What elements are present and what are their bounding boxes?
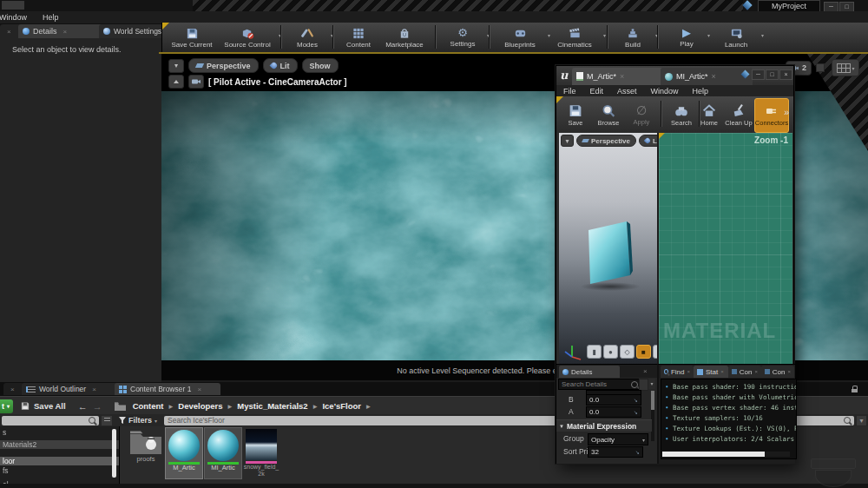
perspective-button[interactable]: Perspective xyxy=(188,58,259,73)
details-eye-toggle[interactable]: ▾ xyxy=(648,379,655,389)
mat-cleanup-button[interactable]: Clean Up xyxy=(723,98,754,131)
preview-lit-button[interactable]: Lit xyxy=(639,135,657,147)
add-import-button[interactable]: t▾ xyxy=(0,399,13,413)
material-tab-m-artic[interactable]: M_Artic*× xyxy=(572,68,666,85)
mat-menu-edit[interactable]: Edit xyxy=(583,87,611,96)
tree-item-icesfloor[interactable]: loor xyxy=(0,457,120,465)
immersive-toggle[interactable] xyxy=(816,63,825,72)
details-search-input[interactable]: Search Details xyxy=(558,379,641,390)
mat-home-button[interactable]: Home xyxy=(694,98,725,131)
breadcrumb: Content Developers Mystic_Materials2 Ice… xyxy=(133,401,376,411)
sort-priority-input[interactable]: 32 xyxy=(588,446,643,458)
field-a-input[interactable]: 0.0 xyxy=(586,406,641,418)
find-icon xyxy=(664,369,668,374)
field-b-input[interactable]: 0.0 xyxy=(586,394,641,406)
mat-menu-asset[interactable]: Asset xyxy=(610,87,644,96)
connectors-plug-icon xyxy=(764,104,779,118)
save-current-button[interactable]: Save Current xyxy=(169,23,214,51)
breadcrumb-icesfloor[interactable]: Ice'sFloor xyxy=(322,401,375,411)
mat-search-button[interactable]: Search xyxy=(666,98,697,131)
content-button[interactable]: Content xyxy=(339,23,378,51)
asset-tile-m-artic[interactable]: M_Artic xyxy=(165,427,203,479)
blueprints-button[interactable]: Blueprints xyxy=(496,23,544,51)
breadcrumb-mystic-materials2[interactable]: Mystic_Materials2 xyxy=(237,401,322,411)
camera-settings-button[interactable] xyxy=(188,75,204,89)
viewport-layout-button[interactable]: ▾ xyxy=(832,59,859,76)
source-control-button[interactable]: Source Control xyxy=(220,23,275,51)
back-arrow-button[interactable]: ← xyxy=(78,401,88,412)
tree-item[interactable]: s xyxy=(0,428,120,437)
material-graph-canvas[interactable]: Zoom -1 MATERIAL xyxy=(657,133,792,364)
material-instance-asset-icon xyxy=(665,73,673,81)
stats-tab[interactable]: Stat× xyxy=(694,366,728,378)
perspective-icon xyxy=(195,63,204,68)
play-button[interactable]: ▶ Play xyxy=(669,23,704,51)
show-flags-button[interactable]: Show xyxy=(302,58,339,73)
tab-content-browser[interactable]: Content Browser 1× xyxy=(115,383,220,395)
console-tab-2[interactable]: Con× xyxy=(761,366,794,378)
tree-item-proofs[interactable]: fs xyxy=(0,466,120,475)
menu-window[interactable]: Window xyxy=(0,13,35,22)
mat-menu-window[interactable]: Window xyxy=(644,87,686,96)
menu-help[interactable]: Help xyxy=(35,13,67,22)
tab-details[interactable]: Details× xyxy=(18,24,105,38)
shape-sphere-button[interactable]: ● xyxy=(603,345,618,359)
group-dropdown[interactable]: Opacity ▾ xyxy=(588,433,648,445)
material-maximize-button[interactable]: □ xyxy=(766,69,779,80)
breadcrumb-content[interactable]: Content xyxy=(133,401,179,411)
build-button[interactable]: Build xyxy=(614,23,652,51)
marketplace-button[interactable]: U Marketplace xyxy=(379,23,430,51)
filters-button[interactable]: Filters ▾ xyxy=(119,416,157,425)
find-results-tab[interactable]: Find× xyxy=(661,366,694,378)
details-grid-toggle[interactable] xyxy=(639,379,648,391)
toolbar-overflow-chevron[interactable]: » xyxy=(784,107,789,117)
lock-icon[interactable] xyxy=(852,386,858,392)
mat-menu-help[interactable]: Help xyxy=(686,87,716,96)
mat-save-button[interactable]: Save xyxy=(560,98,591,131)
asset-tile-snowy-field[interactable]: snowy_field_2k xyxy=(243,427,279,478)
material-minimize-button[interactable]: ─ xyxy=(752,69,765,80)
shape-cube-button[interactable]: ■ xyxy=(636,345,651,359)
lit-mode-button[interactable]: Lit xyxy=(263,58,298,73)
stats-h-scrollbar[interactable] xyxy=(662,452,765,457)
details-scrollbar[interactable] xyxy=(651,391,654,410)
mat-menu-file[interactable]: File xyxy=(556,87,583,96)
asset-folder-proofs[interactable]: proofs xyxy=(128,430,163,477)
floppy-icon xyxy=(185,27,200,40)
viewport-options-dropdown[interactable]: ▾ xyxy=(168,59,184,73)
settings-button[interactable]: ⚙ Settings xyxy=(442,23,483,51)
asset-tile-mi-artic[interactable]: MI_Artic xyxy=(204,427,242,479)
eject-pilot-button[interactable] xyxy=(168,75,184,89)
console-tab-1[interactable]: Con× xyxy=(728,366,761,378)
cinematics-button[interactable]: Cinematics xyxy=(549,23,600,51)
tab-world-settings[interactable]: World Settings xyxy=(99,24,170,38)
material-preview-viewport[interactable]: ▾ Perspective Lit Show xyxy=(559,133,657,364)
console-icon xyxy=(765,369,770,374)
axis-gizmo xyxy=(562,343,582,360)
tab-world-outliner[interactable]: World Outliner× xyxy=(22,383,119,395)
launch-button[interactable]: Launch xyxy=(714,23,758,51)
field-a-label: A xyxy=(569,407,574,416)
graph-unsaved-corner-marker xyxy=(659,133,665,139)
preview-options-dropdown[interactable]: ▾ xyxy=(561,135,574,147)
breadcrumb-developers[interactable]: Developers xyxy=(178,401,237,411)
mat-browse-button[interactable]: Browse xyxy=(593,98,624,131)
material-editor-menubar: File Edit Asset Window Help xyxy=(556,85,793,96)
save-all-button[interactable]: Save All xyxy=(34,401,66,411)
preview-perspective-button[interactable]: Perspective xyxy=(576,135,636,147)
tree-item-materials2[interactable]: Materials2 xyxy=(0,440,120,449)
sources-search-input[interactable] xyxy=(2,416,99,425)
build-blocks-icon xyxy=(626,27,640,40)
sources-list-toggle[interactable] xyxy=(102,416,112,425)
view-options-button[interactable]: ▾ xyxy=(857,416,866,425)
tree-scrollbar[interactable] xyxy=(112,429,116,478)
forward-arrow-button[interactable]: → xyxy=(93,401,102,412)
material-expression-section[interactable]: ▼ Material Expression xyxy=(556,419,652,432)
shape-cylinder-button[interactable]: ▮ xyxy=(587,345,602,359)
mat-details-tab[interactable]: Details xyxy=(559,366,620,378)
material-close-button[interactable]: × xyxy=(779,69,792,80)
gear-icon: ⚙ xyxy=(457,27,468,39)
modes-button[interactable]: Modes xyxy=(287,23,327,51)
shape-plane-button[interactable]: ◇ xyxy=(620,345,635,359)
material-tab-mi-artic[interactable]: MI_Artic*× xyxy=(661,68,753,85)
